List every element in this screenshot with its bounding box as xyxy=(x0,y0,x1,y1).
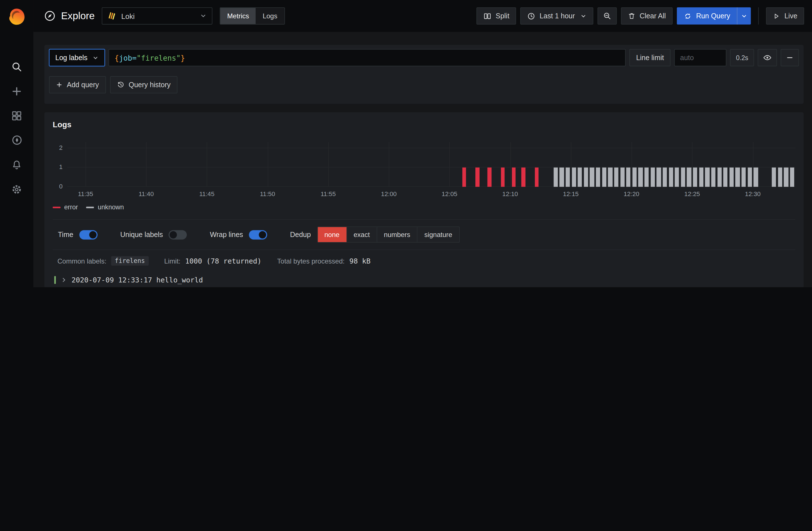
bell-icon[interactable] xyxy=(5,152,29,177)
grafana-logo-icon[interactable] xyxy=(6,6,27,27)
legend-color-dash xyxy=(53,206,61,208)
search-icon[interactable] xyxy=(5,54,29,79)
toggle-unique-labels[interactable]: Unique labels xyxy=(120,230,187,239)
gridline-vertical xyxy=(146,142,147,187)
gridline-horizontal xyxy=(68,167,795,168)
page-title: Explore xyxy=(61,10,95,22)
remove-query-button[interactable] xyxy=(781,49,799,66)
zoom-out-icon xyxy=(603,12,611,20)
dashboards-icon[interactable] xyxy=(5,103,29,128)
query-token-string: "firelens" xyxy=(136,54,180,62)
chart-bar-unknown xyxy=(578,168,582,187)
query-history-label: Query history xyxy=(129,81,170,89)
chart-bar-unknown xyxy=(554,168,558,187)
legend-item-error[interactable]: error xyxy=(53,203,78,211)
chart-bar-unknown xyxy=(699,168,704,187)
line-limit-input[interactable] xyxy=(674,49,726,66)
chart-bar-unknown xyxy=(723,168,728,187)
chart-bar-unknown xyxy=(675,168,679,187)
legend-label: error xyxy=(64,203,78,211)
chart-bar-unknown xyxy=(778,168,782,187)
chart-bar-unknown xyxy=(741,168,746,187)
log-labels-label: Log labels xyxy=(55,54,87,61)
chart-bar-unknown xyxy=(571,168,576,187)
toggle-time[interactable]: Time xyxy=(58,230,97,239)
live-button[interactable]: Live xyxy=(766,7,804,25)
x-axis-tick-label: 12:30 xyxy=(745,190,760,198)
chart-bar-unknown xyxy=(651,168,655,187)
time-range-picker[interactable]: Last 1 hour xyxy=(520,7,593,25)
zoom-out-time-button[interactable] xyxy=(597,7,617,25)
toggle-switch[interactable] xyxy=(249,230,267,239)
plus-icon[interactable] xyxy=(5,79,29,103)
chart-bar-unknown xyxy=(711,168,715,187)
sidebar xyxy=(0,0,33,287)
dedup-option-numbers[interactable]: numbers xyxy=(377,227,418,242)
toggle-wrap-lines[interactable]: Wrap lines xyxy=(210,230,267,239)
chevron-down-icon xyxy=(200,12,207,19)
run-query-button[interactable]: Run Query xyxy=(677,7,737,25)
run-query-label: Run Query xyxy=(696,12,730,20)
live-label: Live xyxy=(784,12,797,20)
gear-icon[interactable] xyxy=(5,177,29,201)
chart-bar-unknown xyxy=(687,168,691,187)
x-axis-tick-label: 11:35 xyxy=(78,190,93,198)
caret-down-icon xyxy=(580,13,586,19)
topbar: Explore Loki MetricsLogs Split xyxy=(33,0,812,32)
query-history-button[interactable]: Query history xyxy=(110,76,177,94)
chart-bar-error xyxy=(475,168,479,187)
line-limit-label-box: Line limit xyxy=(629,49,671,66)
x-axis-tick-label: 12:05 xyxy=(441,190,458,198)
x-axis-tick-label: 12:20 xyxy=(624,190,639,198)
limit-value: 1000 (78 returned) xyxy=(185,257,262,265)
gridline-vertical xyxy=(510,142,511,187)
mode-toggle: MetricsLogs xyxy=(220,7,285,25)
history-icon xyxy=(117,81,125,89)
chart-bar-unknown xyxy=(717,168,722,187)
toggle-switch[interactable] xyxy=(79,230,97,239)
chevron-right-icon[interactable] xyxy=(59,276,68,283)
log-line-text: 2020-07-09 12:33:17 hello_world xyxy=(71,276,203,284)
run-query-dropdown-button[interactable] xyxy=(737,7,751,25)
chart-bar-unknown xyxy=(602,168,606,187)
dedup-label: Dedup xyxy=(290,230,311,239)
gridline-vertical xyxy=(632,142,632,187)
legend-color-dash xyxy=(86,206,94,208)
dedup-option-signature[interactable]: signature xyxy=(418,227,459,242)
clear-all-button[interactable]: Clear All xyxy=(621,7,672,25)
chart-bar-unknown xyxy=(693,168,697,187)
query-expression-input[interactable]: {job="firelens"} xyxy=(108,49,626,66)
chart-bar-unknown xyxy=(705,168,709,187)
chart-bar-unknown xyxy=(681,168,685,187)
x-axis-tick-label: 11:45 xyxy=(199,190,214,198)
logs-panel: Logs 012 11:3511:4011:4511:5011:5512:001… xyxy=(44,112,803,287)
query-editor-panel: Log labels {job="firelens"} Line limit 0… xyxy=(44,45,803,104)
datasource-picker[interactable]: Loki xyxy=(102,7,213,25)
legend-item-unknown[interactable]: unknown xyxy=(86,203,124,211)
dedup-option-exact[interactable]: exact xyxy=(347,227,377,242)
chart-bar-unknown xyxy=(790,168,794,187)
bytes-processed-value: 98 kB xyxy=(349,257,371,265)
gridline-horizontal xyxy=(68,147,795,148)
add-query-button[interactable]: Add query xyxy=(49,76,106,94)
plus-icon xyxy=(56,82,63,88)
log-labels-dropdown[interactable]: Log labels xyxy=(49,49,105,66)
minus-icon xyxy=(786,54,794,61)
mode-button-metrics[interactable]: Metrics xyxy=(220,8,256,24)
hide-query-button[interactable] xyxy=(757,49,777,66)
common-labels-label: Common labels: xyxy=(57,257,106,265)
dedup-options: noneexactnumberssignature xyxy=(317,227,460,243)
toggle-switch[interactable] xyxy=(169,230,187,239)
compass-icon[interactable] xyxy=(5,128,29,152)
dedup-control: Dedup noneexactnumberssignature xyxy=(290,227,460,243)
toggle-label: Unique labels xyxy=(120,230,163,239)
log-row[interactable]: 2020-07-09 12:33:02 hello_world xyxy=(53,286,795,287)
run-query-group: Run Query xyxy=(677,7,751,25)
x-axis-tick-label: 12:15 xyxy=(563,190,579,198)
dedup-option-none[interactable]: none xyxy=(318,227,347,242)
main-area: Explore Loki MetricsLogs Split xyxy=(33,0,812,287)
mode-button-logs[interactable]: Logs xyxy=(256,8,284,24)
split-button[interactable]: Split xyxy=(476,7,516,25)
log-row[interactable]: 2020-07-09 12:33:17 hello_world xyxy=(53,274,795,286)
x-axis-tick-label: 12:10 xyxy=(502,190,518,198)
